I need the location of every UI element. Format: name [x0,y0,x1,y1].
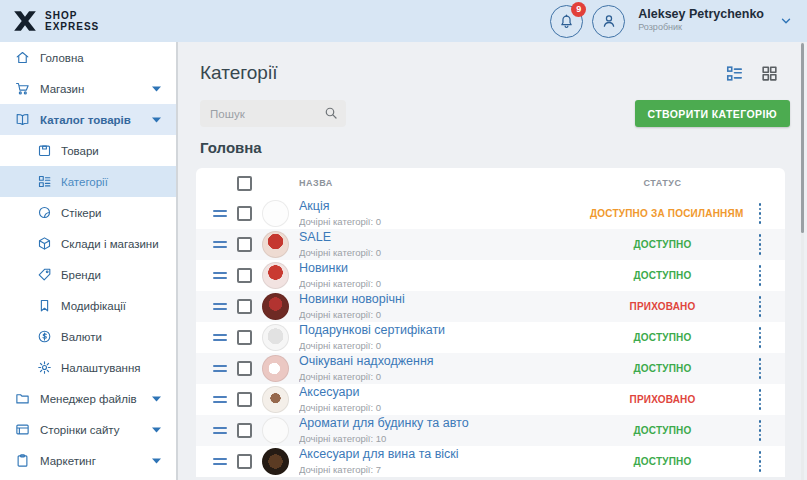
sidebar-item-shop[interactable]: Магазин [0,73,176,104]
row-checkbox[interactable] [237,454,252,469]
status-badge: ДОСТУПНО [590,363,735,374]
table-row: SALEДочірні категорії: 0 ДОСТУПНО [196,229,785,260]
logo-text: SHOP EXPRESS [45,10,99,32]
row-menu-button[interactable] [753,293,768,320]
user-name: Aleksey Petrychenko [638,8,764,21]
row-menu-button[interactable] [753,448,768,475]
children-count: Дочірні категорії: 0 [299,247,381,258]
sidebar-item-home[interactable]: Головна [0,42,176,73]
row-menu-button[interactable] [753,231,768,258]
category-link[interactable]: Аксесуари для вина та віскі [299,448,590,461]
category-thumbnail [262,262,289,289]
category-thumbnail [262,200,289,227]
sidebar-item-modifications[interactable]: Модифікації [0,290,176,321]
category-link[interactable]: Новинки [299,262,590,275]
create-category-button[interactable]: СТВОРИТИ КАТЕГОРІЮ [635,100,790,127]
row-checkbox[interactable] [237,268,252,283]
clipboard-icon [15,453,30,468]
table-row: Аромати для будинку та автоДочірні катег… [196,415,785,446]
category-link[interactable]: Аксесуари [299,386,590,399]
row-menu-button[interactable] [753,386,768,413]
sidebar-item-currencies[interactable]: Валюти [0,321,176,352]
product-box-icon [37,143,52,158]
row-menu-button[interactable] [753,324,768,351]
row-menu-button[interactable] [753,417,768,444]
grid-view-icon [760,64,779,83]
sidebar-item-products[interactable]: Товари [0,135,176,166]
row-checkbox[interactable] [237,392,252,407]
avatar[interactable] [592,5,625,38]
drag-handle-icon[interactable] [213,210,227,218]
column-header-status: СТАТУС [590,178,735,188]
children-count: Дочірні категорії: 0 [299,309,381,320]
grid-view-button[interactable] [760,64,779,83]
user-menu-chevron-down-icon[interactable] [779,14,793,28]
drag-handle-icon[interactable] [213,396,227,404]
row-checkbox[interactable] [237,423,252,438]
view-toggles [725,64,779,83]
chevron-down-icon [152,86,161,92]
user-menu[interactable]: Aleksey Petrychenko Розробник [638,8,764,34]
table-row: Очікувані надходженняДочірні категорії: … [196,353,785,384]
drag-handle-icon[interactable] [213,458,227,466]
scrollbar-thumb[interactable] [801,43,804,233]
category-thumbnail [262,324,289,351]
shop-express-logo[interactable]: SHOP EXPRESS [12,8,99,34]
row-checkbox[interactable] [237,237,252,252]
category-link[interactable]: SALE [299,231,590,244]
sidebar-item-stickers[interactable]: Стікери [0,197,176,228]
sidebar-item-brands[interactable]: Бренди [0,259,176,290]
table-row: НовинкиДочірні категорії: 0 ДОСТУПНО [196,260,785,291]
list-view-icon [725,64,744,83]
row-checkbox[interactable] [237,330,252,345]
user-icon [600,12,618,30]
brand-tag-icon [37,267,52,282]
row-checkbox[interactable] [237,361,252,376]
list-view-button[interactable] [725,64,744,83]
chevron-down-icon [152,396,161,402]
category-thumbnail [262,355,289,382]
table-row: Новинки новорічніДочірні категорії: 0 ПР… [196,291,785,322]
drag-handle-icon[interactable] [213,427,227,435]
drag-handle-icon[interactable] [213,334,227,342]
category-link[interactable]: Акція [299,200,590,213]
cart-icon [15,81,30,96]
sidebar-item-catalog[interactable]: Каталог товарів [0,104,176,135]
currency-icon [37,329,52,344]
sidebar-item-site-pages[interactable]: Сторінки сайту [0,414,176,445]
logo-x-icon [12,8,38,34]
row-menu-button[interactable] [753,200,768,227]
sidebar-item-file-manager[interactable]: Менеджер файлів [0,383,176,414]
row-menu-button[interactable] [753,355,768,382]
sidebar-item-settings[interactable]: Налаштування [0,352,176,383]
drag-handle-icon[interactable] [213,272,227,280]
section-title: Головна [200,139,807,156]
category-thumbnail [262,448,289,475]
status-badge: ПРИХОВАНО [590,301,735,312]
topbar: SHOP EXPRESS 9 Aleksey Petrychenko Розро… [0,0,807,42]
sidebar-item-warehouses[interactable]: Склади і магазини [0,228,176,259]
sidebar-item-categories[interactable]: Категорії [0,166,176,197]
folder-icon [15,391,30,406]
category-link[interactable]: Аромати для будинку та авто [299,417,590,430]
notifications-button[interactable]: 9 [550,5,583,38]
bookmark-icon [37,298,52,313]
category-link[interactable]: Новинки новорічні [299,293,590,306]
drag-handle-icon[interactable] [213,365,227,373]
category-link[interactable]: Очікувані надходження [299,355,590,368]
table-header-row: НАЗВА СТАТУС [196,168,785,198]
row-checkbox[interactable] [237,206,252,221]
row-checkbox[interactable] [237,299,252,314]
select-all-checkbox[interactable] [237,176,252,191]
status-badge: ДОСТУПНО [590,456,735,467]
drag-handle-icon[interactable] [213,303,227,311]
page-title: Категорії [200,62,277,84]
chevron-down-icon [152,117,161,123]
row-menu-button[interactable] [753,262,768,289]
drag-handle-icon[interactable] [213,241,227,249]
category-thumbnail [262,293,289,320]
children-count: Дочірні категорії: 10 [299,433,386,444]
sidebar-item-marketing[interactable]: Маркетинг [0,445,176,476]
sticker-icon [37,205,52,220]
category-link[interactable]: Подарункові сертифікати [299,324,590,337]
